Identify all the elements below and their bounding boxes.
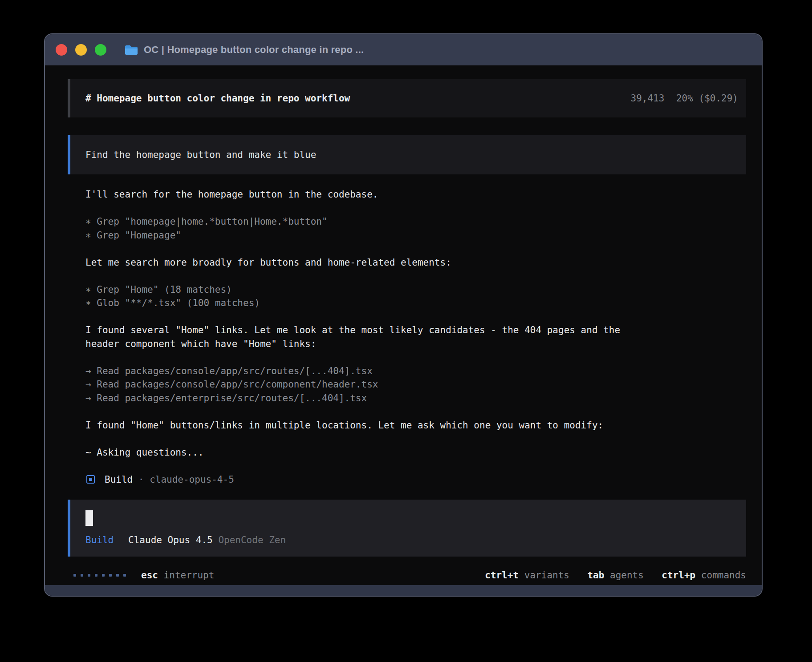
terminal-content: # Homepage button color change in repo w…	[45, 65, 762, 585]
tool-call-grep: ∗ Grep "Home" (18 matches)	[85, 283, 746, 297]
minimize-window-button[interactable]	[75, 44, 87, 56]
assistant-text: I found "Home" buttons/links in multiple…	[85, 419, 746, 432]
session-stats: 39,413 20% ($0.29)	[631, 93, 738, 104]
prompt-input[interactable]: Build Claude Opus 4.5 OpenCode Zen	[68, 500, 746, 557]
hint-commands: ctrl+p commands	[662, 570, 746, 581]
progress-dot	[116, 574, 119, 577]
progress-dot	[73, 574, 76, 577]
close-window-button[interactable]	[56, 44, 67, 56]
prompt-agent[interactable]: Build	[85, 535, 114, 545]
context-cost: 20% ($0.29)	[676, 93, 738, 104]
tool-call-grep: ∗ Grep "homepage|home.*button|Home.*butt…	[85, 215, 746, 229]
tool-call-read: → Read packages/console/app/src/componen…	[85, 378, 746, 392]
token-count: 39,413	[631, 93, 665, 104]
prompt-model[interactable]: Claude Opus 4.5	[128, 535, 213, 545]
zoom-window-button[interactable]	[95, 44, 106, 56]
title-group: OC | Homepage button color change in rep…	[124, 44, 364, 56]
progress-dot	[102, 574, 105, 577]
user-message: Find the homepage button and make it blu…	[68, 135, 746, 174]
agent-status-row: Build · claude-opus-4-5	[86, 472, 746, 486]
progress-dot	[95, 574, 97, 577]
prompt-provider: OpenCode Zen	[218, 535, 286, 545]
agent-name: Build	[105, 474, 133, 485]
status-asking-questions: ~ Asking questions...	[85, 446, 746, 460]
key-esc: esc	[141, 570, 158, 581]
assistant-text: I'll search for the homepage button in t…	[85, 188, 746, 202]
agent-separator: ·	[138, 474, 144, 485]
hint-agents: tab agents	[587, 570, 643, 581]
assistant-text: I found several "Home" links. Let me loo…	[85, 323, 746, 337]
label-agents: agents	[610, 570, 644, 581]
key-tab: tab	[587, 570, 604, 581]
window-titlebar[interactable]: OC | Homepage button color change in rep…	[45, 34, 762, 65]
tool-call-glob: ∗ Glob "**/*.tsx" (100 matches)	[85, 296, 746, 310]
tool-call-read: → Read packages/enterprise/src/routes/[.…	[85, 392, 746, 405]
build-agent-icon	[86, 475, 95, 484]
window-title: OC | Homepage button color change in rep…	[144, 44, 364, 56]
progress-dot	[123, 574, 126, 577]
window-footer	[45, 585, 762, 596]
session-title: # Homepage button color change in repo w…	[85, 93, 350, 104]
progress-dot	[81, 574, 83, 577]
hint-variants: ctrl+t variants	[485, 570, 569, 581]
traffic-lights	[56, 44, 106, 56]
label-interrupt: interrupt	[164, 570, 215, 581]
hint-esc-interrupt: esc interrupt	[141, 570, 214, 581]
key-ctrl-t: ctrl+t	[485, 570, 519, 581]
label-commands: commands	[701, 570, 746, 581]
folder-icon	[124, 44, 138, 56]
progress-dots	[73, 574, 126, 577]
agent-model: claude-opus-4-5	[150, 474, 234, 485]
session-header: # Homepage button color change in repo w…	[68, 79, 746, 117]
assistant-text: Let me search more broadly for buttons a…	[85, 256, 746, 270]
user-message-text: Find the homepage button and make it blu…	[85, 149, 316, 160]
label-variants: variants	[524, 570, 569, 581]
tool-call-grep: ∗ Grep "Homepage"	[85, 229, 746, 242]
progress-dot	[88, 574, 90, 577]
progress-dot	[109, 574, 112, 577]
assistant-transcript: I'll search for the homepage button in t…	[85, 188, 746, 459]
status-bar: esc interrupt ctrl+t variants tab agents…	[68, 568, 746, 582]
terminal-window: OC | Homepage button color change in rep…	[44, 33, 763, 597]
text-cursor	[85, 510, 93, 526]
tool-call-read: → Read packages/console/app/src/routes/[…	[85, 364, 746, 378]
prompt-meta: Build Claude Opus 4.5 OpenCode Zen	[85, 535, 286, 545]
assistant-text: header component which have "Home" links…	[85, 337, 746, 351]
keyboard-hints: ctrl+t variants tab agents ctrl+p comman…	[485, 570, 746, 581]
key-ctrl-p: ctrl+p	[662, 570, 695, 581]
